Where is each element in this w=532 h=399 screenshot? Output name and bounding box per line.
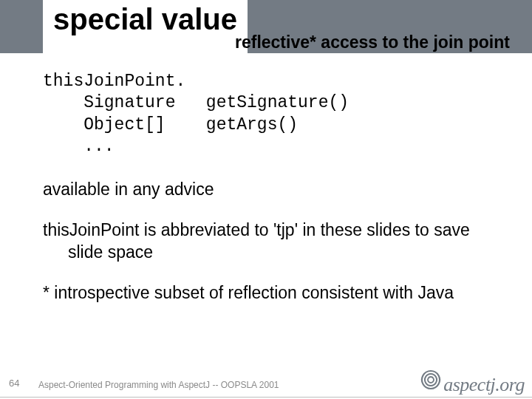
slide-subtitle: reflective* access to the join point [235, 33, 510, 52]
paragraph: thisJoinPoint is abbreviated to 'tjp' in… [43, 219, 494, 263]
code-line: Object[] getArgs() [43, 115, 298, 134]
code-block: thisJoinPoint. Signature getSignature() … [43, 71, 494, 158]
aspectj-logo: aspectj.org [420, 369, 525, 396]
code-line: Signature getSignature() [43, 93, 349, 112]
slide-footer: 64 Aspect-Oriented Programming with Aspe… [0, 374, 532, 399]
slide-title: special value [53, 4, 237, 34]
footer-rule [0, 397, 532, 398]
footer-text: Aspect-Oriented Programming with AspectJ… [38, 380, 279, 390]
paragraph: * introspective subset of reflection con… [43, 282, 494, 304]
logo-text: aspectj.org [443, 374, 525, 396]
paragraph: available in any advice [43, 179, 494, 200]
code-line: ... [43, 137, 115, 156]
code-line: thisJoinPoint. [43, 72, 185, 91]
title-box: special value [43, 0, 248, 53]
swirl-icon [420, 369, 442, 394]
slide-content: thisJoinPoint. Signature getSignature() … [43, 71, 494, 324]
slide-number: 64 [9, 378, 19, 389]
